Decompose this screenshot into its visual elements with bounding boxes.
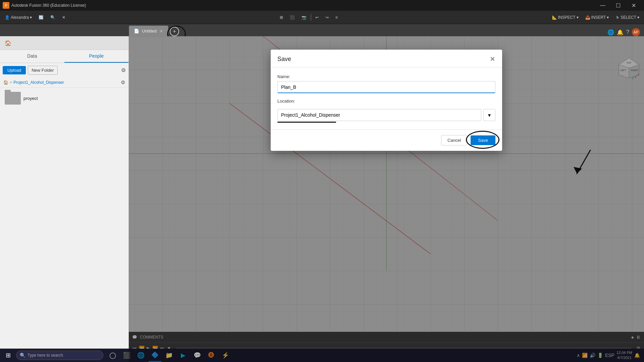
inspect-button[interactable]: 📐 INSPECT▾ <box>549 13 581 22</box>
grid-view-button[interactable]: ⊞ <box>277 13 286 22</box>
name-field-label: Name: <box>277 74 495 79</box>
search-bar-placeholder: Type here to search <box>28 353 63 358</box>
sidebar-home-icon[interactable]: 🏠 <box>3 38 13 48</box>
sidebar: 🏠 Data People Upload New Folder ⚙ 🏠 > Pr… <box>0 36 129 362</box>
user-menu[interactable]: 👤 Alexandra ▾ <box>2 13 35 22</box>
toolbar-spacer <box>311 14 311 21</box>
dialog-title: Save <box>277 56 291 63</box>
sidebar-tabs: Data People <box>0 50 128 63</box>
file-name: proyect <box>23 96 38 101</box>
search-button[interactable]: 🔍 <box>48 13 58 22</box>
main-content: 🏠 Data People Upload New Folder ⚙ 🏠 > Pr… <box>0 36 644 362</box>
breadcrumb-settings-icon[interactable]: ⚙ <box>121 79 125 85</box>
help-icon[interactable]: ? <box>626 29 629 35</box>
tab-title: Untitled <box>142 28 157 34</box>
breadcrumb-home-icon[interactable]: 🏠 <box>3 80 8 85</box>
new-tab-button[interactable]: + <box>170 27 179 36</box>
save-button[interactable]: Save <box>471 135 495 145</box>
breadcrumb-separator: > <box>10 80 12 85</box>
canvas-area: TOP RIGHT LEFT X Y Z 💬 COMMENTS ● ⏸ <box>129 36 644 362</box>
location-field-label: Location: <box>277 99 495 104</box>
tab-close-button[interactable]: ✕ <box>159 28 163 34</box>
user-icon: 👤 <box>5 15 10 20</box>
search-bar[interactable]: 🔍 Type here to search <box>16 351 103 360</box>
notifications-icon[interactable]: 🔔 <box>617 29 624 36</box>
dialog-footer: Cancel Save <box>271 129 502 151</box>
select-button[interactable]: 🖱 SELECT▾ <box>613 13 642 22</box>
location-input[interactable] <box>277 109 481 121</box>
dialog-header: Save ✕ <box>271 50 502 67</box>
inspect-label: INSPECT <box>558 15 576 20</box>
select-label: SELECT <box>621 15 636 20</box>
tab-right-controls: 🌐 🔔 ? AP <box>607 28 644 36</box>
breadcrumb: 🏠 > Project1_Alcohol_Dispenser ⚙ <box>0 77 128 88</box>
minimize-button[interactable]: — <box>595 0 610 11</box>
insert-button[interactable]: 📥 INSERT▾ <box>583 13 612 22</box>
menu-button[interactable]: ≡ <box>333 13 340 22</box>
dialog-close-button[interactable]: ✕ <box>490 55 495 63</box>
close-panel-button[interactable]: ✕ <box>59 13 68 22</box>
upload-button[interactable]: Upload <box>3 66 26 74</box>
name-input[interactable] <box>277 81 495 93</box>
cancel-button[interactable]: Cancel <box>441 135 467 145</box>
user-dropdown-icon: ▾ <box>30 15 32 20</box>
sidebar-actions: Upload New Folder ⚙ <box>0 63 128 77</box>
refresh-button[interactable]: 🔄 <box>36 13 46 22</box>
sidebar-tab-data[interactable]: Data <box>0 50 64 63</box>
close-button[interactable]: ✕ <box>626 0 641 11</box>
insert-label: INSERT <box>591 15 606 20</box>
breadcrumb-project[interactable]: Project1_Alcohol_Dispenser <box>13 80 64 85</box>
tab-bar: 📄 Untitled ✕ + 🌐 🔔 ? AP <box>0 24 644 36</box>
file-list: proyect <box>0 88 128 362</box>
dialog-body: Name: Location: ▾ <box>271 67 502 129</box>
modal-overlay: Save ✕ Name: Location: ▾ Cancel S <box>129 36 644 362</box>
user-avatar[interactable]: AP <box>632 28 640 36</box>
sidebar-tab-people[interactable]: People <box>64 50 129 63</box>
workspace-button[interactable]: ⬛ <box>287 13 298 22</box>
maximize-button[interactable]: ☐ <box>610 0 626 11</box>
tab-icon: 📄 <box>134 28 139 34</box>
underline-annotation <box>277 122 336 123</box>
search-bar-icon: 🔍 <box>20 353 25 358</box>
app-icon: F <box>3 2 9 9</box>
app-title: Autodesk Fusion 360 (Education License) <box>11 3 595 8</box>
title-bar: F Autodesk Fusion 360 (Education License… <box>0 0 644 11</box>
location-dropdown-button[interactable]: ▾ <box>483 109 495 121</box>
folder-icon <box>5 92 21 105</box>
file-item[interactable]: proyect <box>3 90 126 106</box>
camera-button[interactable]: 📷 <box>299 13 309 22</box>
active-tab[interactable]: 📄 Untitled ✕ <box>129 25 168 36</box>
sidebar-header: 🏠 <box>0 36 128 50</box>
taskbar-cortana[interactable]: ◯ <box>106 349 119 362</box>
main-toolbar: 👤 Alexandra ▾ 🔄 🔍 ✕ ⊞ ⬛ 📷 ↩ ↪ ≡ 📐 INSPEC… <box>0 11 644 24</box>
globe-icon[interactable]: 🌐 <box>607 29 614 36</box>
undo-button[interactable]: ↩ <box>313 13 321 22</box>
save-dialog: Save ✕ Name: Location: ▾ Cancel S <box>271 50 502 151</box>
inspect-icon: 📐 <box>552 15 557 20</box>
redo-button[interactable]: ↪ <box>323 13 331 22</box>
select-icon: 🖱 <box>615 15 620 20</box>
new-folder-button[interactable]: New Folder <box>28 66 57 75</box>
start-button[interactable]: ⊞ <box>1 349 15 362</box>
location-row: ▾ <box>277 109 495 121</box>
user-name: Alexandra <box>11 15 29 20</box>
insert-icon: 📥 <box>585 15 590 20</box>
window-controls: — ☐ ✕ <box>595 0 641 11</box>
sidebar-gear-icon[interactable]: ⚙ <box>121 67 126 73</box>
